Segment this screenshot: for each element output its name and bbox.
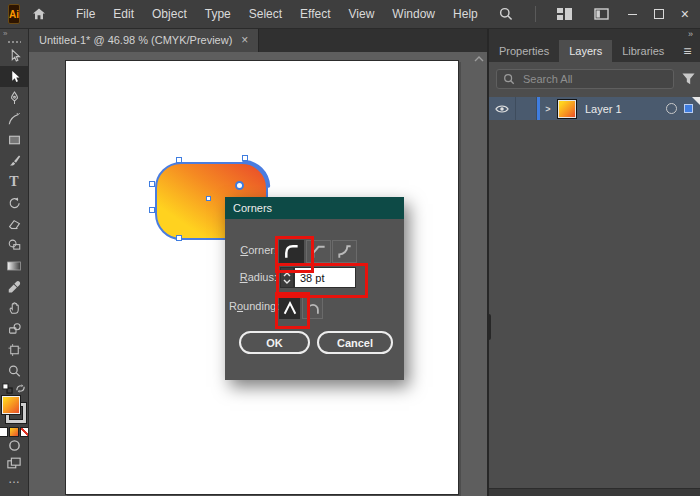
layer-visibility-toggle[interactable] (489, 97, 516, 120)
hand-tool[interactable] (0, 297, 28, 318)
artboard-tool[interactable] (0, 339, 28, 360)
ok-button[interactable]: OK (239, 331, 310, 354)
layer-thumbnail[interactable] (558, 100, 576, 118)
none-button[interactable] (20, 427, 29, 437)
relative-rounding-icon (305, 300, 321, 316)
illustrator-logo: Ai (8, 4, 20, 24)
type-tool[interactable]: T (0, 171, 28, 192)
corner-widget[interactable] (235, 181, 244, 190)
layer-lock-toggle[interactable] (516, 97, 537, 120)
menu-effect[interactable]: Effect (291, 0, 339, 28)
drawing-modes-button[interactable] (0, 437, 28, 454)
menu-help[interactable]: Help (444, 0, 487, 28)
menubar-right: × (487, 3, 700, 25)
layer-name[interactable]: Layer 1 (585, 103, 622, 115)
close-icon: × (681, 7, 689, 21)
tab-libraries[interactable]: Libraries (612, 40, 674, 62)
menu-select[interactable]: Select (240, 0, 291, 28)
radius-input[interactable] (294, 267, 356, 288)
layer-expand-icon[interactable]: > (540, 104, 556, 114)
tab-layers[interactable]: Layers (559, 40, 612, 62)
radius-stepper[interactable] (280, 267, 294, 288)
anchor-handle[interactable] (149, 181, 155, 187)
panel-resize-grip[interactable] (487, 314, 491, 340)
search-icon (498, 6, 514, 22)
toolbar-collapse-icon[interactable]: » (0, 28, 7, 38)
direct-selection-tool[interactable] (0, 66, 28, 87)
rounding-label: Rounding: (229, 300, 277, 312)
gradient-tool[interactable] (0, 255, 28, 276)
menu-window[interactable]: Window (383, 0, 444, 28)
anchor-handle[interactable] (242, 155, 248, 161)
search-button[interactable] (487, 6, 525, 22)
layer-target-icon[interactable] (666, 103, 677, 114)
tab-properties[interactable]: Properties (489, 40, 559, 62)
round-corner-icon (283, 243, 300, 260)
cancel-button[interactable]: Cancel (317, 331, 393, 354)
curvature-tool[interactable] (0, 108, 28, 129)
rounding-absolute-button[interactable] (279, 296, 300, 319)
gradient-button[interactable] (9, 427, 19, 437)
eraser-tool[interactable] (0, 213, 28, 234)
direct-selection-tool-icon (7, 69, 22, 85)
corner-chamfer-button[interactable] (306, 240, 331, 263)
zoom-tool[interactable] (0, 360, 28, 381)
corner-inverted-button[interactable] (332, 240, 357, 263)
artboard-tool-icon (7, 342, 22, 358)
home-icon (31, 6, 47, 22)
zoom-tool-icon (7, 363, 22, 379)
layer-row[interactable]: > Layer 1 (489, 97, 700, 120)
anchor-handle[interactable] (176, 235, 182, 241)
default-colors-icon[interactable] (2, 383, 13, 394)
selection-tool[interactable] (0, 45, 28, 66)
window-maximize-button[interactable] (646, 3, 672, 25)
menu-edit[interactable]: Edit (104, 0, 143, 28)
shape-center-point[interactable] (206, 196, 211, 201)
fill-color-swatch[interactable] (2, 396, 20, 414)
screen-mode-button[interactable] (0, 454, 28, 471)
rounding-relative-button[interactable] (302, 296, 323, 319)
document-tab-close-icon[interactable]: × (241, 34, 248, 46)
layer-corner-badge (692, 97, 700, 105)
color-button[interactable] (0, 427, 8, 437)
workspace-switcher-button[interactable] (546, 8, 583, 20)
scroll-up-icon[interactable] (474, 56, 484, 62)
arrange-documents-button[interactable] (583, 8, 620, 20)
panel-layout-icon (594, 8, 609, 20)
menu-view[interactable]: View (340, 0, 384, 28)
panel-menu-icon[interactable]: ≡ (674, 40, 700, 62)
pen-tool[interactable] (0, 87, 28, 108)
corner-round-button[interactable] (279, 240, 304, 263)
eraser-tool-icon (7, 216, 22, 232)
window-close-button[interactable]: × (672, 3, 698, 25)
rectangle-tool[interactable] (0, 129, 28, 150)
inverted-corner-icon (336, 243, 353, 260)
document-tab-title: Untitled-1* @ 46.98 % (CMYK/Preview) (39, 34, 232, 46)
gradient-tool-icon (6, 259, 22, 273)
swap-colors-icon[interactable] (15, 383, 26, 394)
anchor-handle[interactable] (149, 207, 155, 213)
screen-mode-icon (7, 457, 21, 469)
symbol-sprayer-tool[interactable] (0, 318, 28, 339)
search-input[interactable] (521, 72, 667, 86)
corners-dialog-titlebar[interactable]: Corners (225, 197, 404, 219)
document-tab[interactable]: Untitled-1* @ 46.98 % (CMYK/Preview) × (28, 28, 259, 52)
toolbar-drag-handle[interactable] (7, 41, 21, 43)
panel-collapse-icon[interactable]: » (688, 28, 693, 40)
eyedropper-tool[interactable] (0, 276, 28, 297)
anchor-handle[interactable] (176, 157, 182, 163)
menu-type[interactable]: Type (196, 0, 240, 28)
paintbrush-tool[interactable] (0, 150, 28, 171)
window-minimize-button[interactable] (620, 3, 646, 25)
layers-search-box[interactable] (496, 69, 674, 89)
menu-file[interactable]: File (67, 0, 104, 28)
fill-stroke-indicator (2, 396, 26, 423)
rotate-tool-icon (7, 195, 22, 211)
shape-builder-tool[interactable] (0, 234, 28, 255)
home-button[interactable] (31, 6, 47, 22)
layer-selected-indicator[interactable] (684, 104, 693, 113)
edit-toolbar-button[interactable]: … (8, 474, 20, 484)
rotate-tool[interactable] (0, 192, 28, 213)
menu-object[interactable]: Object (143, 0, 196, 28)
filter-icon[interactable] (681, 72, 696, 86)
